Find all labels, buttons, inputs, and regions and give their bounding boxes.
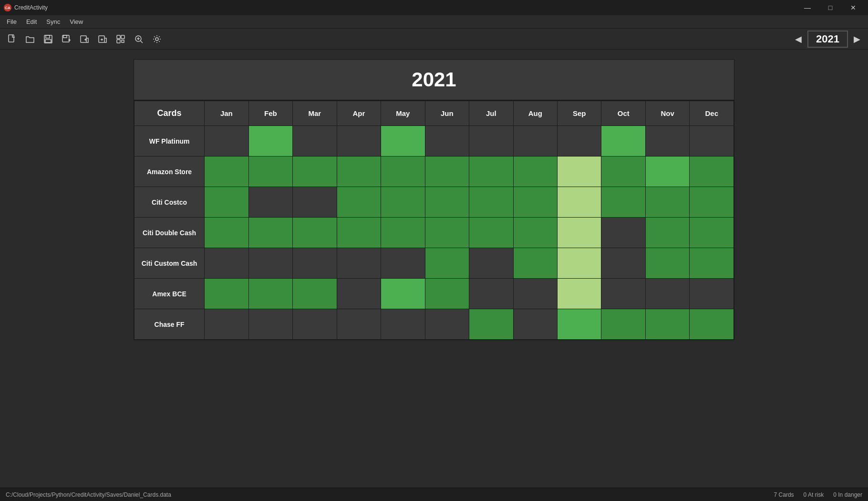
activity-cell[interactable] [293, 126, 337, 157]
activity-cell[interactable] [381, 248, 425, 279]
maximize-button[interactable]: □ [819, 0, 841, 15]
activity-cell[interactable] [205, 248, 248, 279]
activity-cell[interactable] [513, 218, 557, 248]
activity-cell[interactable] [690, 126, 734, 157]
activity-cell[interactable] [690, 279, 734, 309]
activity-cell[interactable] [293, 157, 337, 187]
activity-cell[interactable] [601, 157, 645, 187]
activity-cell[interactable] [337, 248, 381, 279]
prev-year-btn[interactable]: ◀ [791, 32, 806, 46]
export-btn[interactable] [94, 31, 111, 47]
save-as-btn[interactable] [58, 31, 74, 47]
activity-cell[interactable] [469, 126, 513, 157]
activity-cell[interactable] [248, 187, 292, 218]
activity-cell[interactable] [645, 187, 689, 218]
activity-cell[interactable] [558, 157, 601, 187]
activity-cell[interactable] [293, 279, 337, 309]
activity-cell[interactable] [337, 309, 381, 340]
activity-cell[interactable] [645, 279, 689, 309]
menu-file[interactable]: File [2, 16, 21, 27]
activity-cell[interactable] [381, 279, 425, 309]
activity-cell[interactable] [205, 279, 248, 309]
activity-cell[interactable] [558, 187, 601, 218]
card-name-cell[interactable]: WF Platinum [134, 126, 205, 157]
activity-cell[interactable] [690, 157, 734, 187]
activity-cell[interactable] [248, 279, 292, 309]
activity-cell[interactable] [690, 248, 734, 279]
activity-cell[interactable] [381, 218, 425, 248]
activity-cell[interactable] [205, 126, 248, 157]
activity-cell[interactable] [337, 279, 381, 309]
activity-cell[interactable] [558, 218, 601, 248]
activity-cell[interactable] [337, 218, 381, 248]
activity-cell[interactable] [469, 218, 513, 248]
activity-cell[interactable] [601, 218, 645, 248]
activity-cell[interactable] [248, 218, 292, 248]
activity-cell[interactable] [469, 279, 513, 309]
activity-cell[interactable] [337, 126, 381, 157]
activity-cell[interactable] [558, 126, 601, 157]
activity-cell[interactable] [513, 248, 557, 279]
activity-cell[interactable] [690, 218, 734, 248]
save-btn[interactable] [40, 31, 56, 47]
activity-cell[interactable] [425, 279, 469, 309]
activity-cell[interactable] [469, 309, 513, 340]
card-name-cell[interactable]: Citi Costco [134, 187, 205, 218]
activity-cell[interactable] [293, 309, 337, 340]
menu-view[interactable]: View [65, 16, 88, 27]
close-button[interactable]: ✕ [842, 0, 864, 15]
activity-cell[interactable] [513, 309, 557, 340]
activity-cell[interactable] [248, 157, 292, 187]
activity-cell[interactable] [513, 187, 557, 218]
activity-cell[interactable] [601, 309, 645, 340]
activity-cell[interactable] [205, 157, 248, 187]
activity-cell[interactable] [381, 309, 425, 340]
activity-cell[interactable] [425, 248, 469, 279]
card-name-cell[interactable]: Citi Double Cash [134, 218, 205, 248]
activity-cell[interactable] [337, 157, 381, 187]
activity-cell[interactable] [469, 187, 513, 218]
activity-cell[interactable] [425, 218, 469, 248]
activity-cell[interactable] [205, 309, 248, 340]
activity-cell[interactable] [601, 187, 645, 218]
activity-cell[interactable] [205, 187, 248, 218]
scan-btn[interactable] [113, 31, 129, 47]
activity-cell[interactable] [601, 126, 645, 157]
activity-cell[interactable] [558, 279, 601, 309]
activity-cell[interactable] [690, 309, 734, 340]
activity-cell[interactable] [601, 279, 645, 309]
activity-cell[interactable] [381, 187, 425, 218]
activity-cell[interactable] [558, 248, 601, 279]
activity-cell[interactable] [248, 309, 292, 340]
activity-cell[interactable] [248, 126, 292, 157]
activity-cell[interactable] [513, 157, 557, 187]
activity-cell[interactable] [425, 126, 469, 157]
activity-cell[interactable] [293, 248, 337, 279]
activity-cell[interactable] [645, 309, 689, 340]
card-name-cell[interactable]: Citi Custom Cash [134, 248, 205, 279]
card-name-cell[interactable]: Chase FF [134, 309, 205, 340]
minimize-button[interactable]: — [796, 0, 818, 15]
activity-cell[interactable] [381, 126, 425, 157]
card-name-cell[interactable]: Amex BCE [134, 279, 205, 309]
activity-cell[interactable] [645, 157, 689, 187]
activity-cell[interactable] [645, 248, 689, 279]
activity-cell[interactable] [645, 218, 689, 248]
open-file-btn[interactable] [22, 31, 38, 47]
activity-cell[interactable] [690, 187, 734, 218]
activity-cell[interactable] [469, 248, 513, 279]
activity-cell[interactable] [425, 309, 469, 340]
activity-cell[interactable] [337, 187, 381, 218]
settings-btn[interactable] [149, 31, 165, 47]
next-year-btn[interactable]: ▶ [850, 32, 864, 46]
menu-edit[interactable]: Edit [21, 16, 41, 27]
activity-cell[interactable] [645, 126, 689, 157]
activity-cell[interactable] [558, 309, 601, 340]
activity-cell[interactable] [205, 218, 248, 248]
activity-cell[interactable] [425, 157, 469, 187]
activity-cell[interactable] [381, 157, 425, 187]
zoom-btn[interactable] [131, 31, 147, 47]
activity-cell[interactable] [248, 248, 292, 279]
activity-cell[interactable] [513, 126, 557, 157]
activity-cell[interactable] [601, 248, 645, 279]
